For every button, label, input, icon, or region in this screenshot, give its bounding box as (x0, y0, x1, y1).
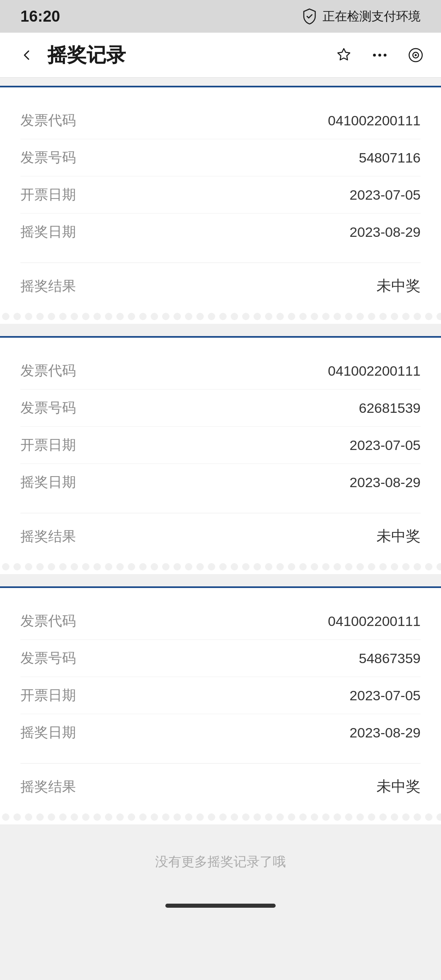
star-button[interactable] (333, 45, 354, 66)
result-label-2: 摇奖结果 (20, 527, 76, 546)
svg-point-0 (373, 53, 376, 56)
status-right: 正在检测支付环境 (302, 8, 421, 25)
more-button[interactable] (369, 45, 390, 66)
result-row-2: 摇奖结果 未中奖 (0, 513, 441, 559)
field-value-yyrq-1: 2023-08-29 (350, 224, 421, 240)
field-value-yyrq-2: 2023-08-29 (350, 474, 421, 490)
table-row: 摇奖日期 2023-08-29 (20, 214, 421, 250)
record-button[interactable] (405, 45, 426, 66)
field-label-fpdm-3: 发票代码 (20, 612, 76, 630)
svg-rect-14 (0, 810, 441, 824)
page-title: 摇奖记录 (39, 42, 333, 68)
result-row-3: 摇奖结果 未中奖 (0, 764, 441, 810)
field-label-yyrq-2: 摇奖日期 (20, 473, 76, 492)
svg-point-2 (384, 53, 387, 56)
field-value-fpdm-2: 041002200111 (328, 363, 421, 379)
svg-rect-11 (0, 559, 441, 574)
table-row: 发票号码 54807116 (20, 139, 421, 176)
table-row: 摇奖日期 2023-08-29 (20, 714, 421, 751)
result-value-3: 未中奖 (376, 777, 421, 797)
status-time: 16:20 (20, 8, 60, 25)
field-label-kprq-3: 开票日期 (20, 686, 76, 705)
field-label-fpdm-2: 发票代码 (20, 361, 76, 380)
table-row: 发票代码 041002200111 (20, 352, 421, 390)
field-label-yyrq-3: 摇奖日期 (20, 723, 76, 742)
table-row: 开票日期 2023-07-05 (20, 677, 421, 714)
field-label-fphm-1: 发票号码 (20, 148, 76, 167)
records-list: 发票代码 041002200111 发票号码 54807116 开票日期 202… (0, 78, 441, 895)
field-value-fpdm-3: 041002200111 (328, 613, 421, 629)
shield-icon (302, 8, 317, 24)
table-row: 摇奖日期 2023-08-29 (20, 464, 421, 501)
field-label-fpdm-1: 发票代码 (20, 111, 76, 130)
table-row: 发票代码 041002200111 (20, 603, 421, 640)
field-value-kprq-3: 2023-07-05 (350, 688, 421, 704)
result-label-1: 摇奖结果 (20, 277, 76, 296)
field-label-fphm-2: 发票号码 (20, 399, 76, 417)
record-card: 发票代码 041002200111 发票号码 54867359 开票日期 202… (0, 586, 441, 824)
result-value-2: 未中奖 (376, 526, 421, 546)
card-fields-3: 发票代码 041002200111 发票号码 54867359 开票日期 202… (0, 588, 441, 763)
back-button[interactable] (15, 43, 39, 67)
perforated-bottom-2 (0, 559, 441, 574)
table-row: 发票号码 54867359 (20, 640, 421, 677)
field-label-kprq-2: 开票日期 (20, 436, 76, 454)
card-fields-1: 发票代码 041002200111 发票号码 54807116 开票日期 202… (0, 87, 441, 263)
svg-point-5 (415, 54, 417, 56)
table-row: 开票日期 2023-07-05 (20, 427, 421, 464)
nav-bar: 摇奖记录 (0, 33, 441, 78)
perforated-bottom-3 (0, 810, 441, 824)
home-indicator (0, 895, 441, 920)
field-value-yyrq-3: 2023-08-29 (350, 725, 421, 741)
svg-rect-8 (0, 309, 441, 324)
result-row-1: 摇奖结果 未中奖 (0, 263, 441, 309)
perforated-bottom-1 (0, 309, 441, 324)
table-row: 开票日期 2023-07-05 (20, 176, 421, 214)
home-bar (165, 904, 276, 908)
field-value-fphm-3: 54867359 (359, 650, 421, 666)
payment-status-text: 正在检测支付环境 (323, 8, 421, 25)
svg-point-1 (379, 53, 381, 56)
field-value-fphm-2: 62681539 (359, 400, 421, 416)
field-value-kprq-2: 2023-07-05 (350, 437, 421, 453)
field-value-kprq-1: 2023-07-05 (350, 187, 421, 203)
nav-actions (333, 45, 426, 66)
result-label-3: 摇奖结果 (20, 777, 76, 796)
status-bar: 16:20 正在检测支付环境 (0, 0, 441, 33)
table-row: 发票代码 041002200111 (20, 102, 421, 139)
field-label-kprq-1: 开票日期 (20, 185, 76, 204)
no-more-records-text: 没有更多摇奖记录了哦 (0, 837, 441, 879)
field-value-fpdm-1: 041002200111 (328, 113, 421, 129)
record-card: 发票代码 041002200111 发票号码 62681539 开票日期 202… (0, 336, 441, 574)
field-label-fphm-3: 发票号码 (20, 649, 76, 668)
table-row: 发票号码 62681539 (20, 390, 421, 427)
field-value-fphm-1: 54807116 (359, 150, 421, 166)
result-value-1: 未中奖 (376, 276, 421, 296)
card-fields-2: 发票代码 041002200111 发票号码 62681539 开票日期 202… (0, 338, 441, 513)
record-card: 发票代码 041002200111 发票号码 54807116 开票日期 202… (0, 86, 441, 324)
field-label-yyrq-1: 摇奖日期 (20, 223, 76, 241)
